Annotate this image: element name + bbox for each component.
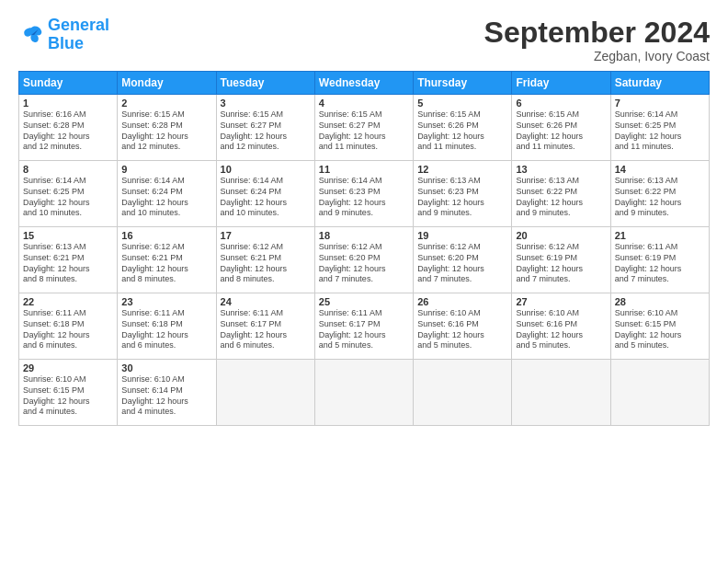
day-number: 25 xyxy=(319,296,409,307)
day-info: Sunrise: 6:15 AM Sunset: 6:26 PM Dayligh… xyxy=(516,109,606,153)
weekday-header-thursday: Thursday xyxy=(414,72,512,95)
calendar-cell xyxy=(512,360,610,426)
calendar-cell: 23Sunrise: 6:11 AM Sunset: 6:18 PM Dayli… xyxy=(118,293,216,360)
calendar-cell: 18Sunrise: 6:12 AM Sunset: 6:20 PM Dayli… xyxy=(314,227,413,293)
calendar-cell xyxy=(414,360,512,426)
day-number: 19 xyxy=(417,230,507,241)
day-info: Sunrise: 6:12 AM Sunset: 6:21 PM Dayligh… xyxy=(221,242,311,285)
day-number: 2 xyxy=(121,98,211,109)
day-number: 17 xyxy=(221,230,311,241)
calendar-cell: 20Sunrise: 6:12 AM Sunset: 6:19 PM Dayli… xyxy=(512,227,610,293)
calendar-cell xyxy=(610,360,709,426)
day-info: Sunrise: 6:13 AM Sunset: 6:23 PM Dayligh… xyxy=(417,176,507,219)
calendar-cell: 12Sunrise: 6:13 AM Sunset: 6:23 PM Dayli… xyxy=(414,161,512,227)
calendar-cell: 13Sunrise: 6:13 AM Sunset: 6:22 PM Dayli… xyxy=(512,161,610,227)
day-number: 20 xyxy=(516,230,606,241)
day-number: 9 xyxy=(121,164,211,175)
day-info: Sunrise: 6:13 AM Sunset: 6:21 PM Dayligh… xyxy=(23,242,113,285)
day-info: Sunrise: 6:10 AM Sunset: 6:15 PM Dayligh… xyxy=(23,374,113,418)
calendar-cell: 14Sunrise: 6:13 AM Sunset: 6:22 PM Dayli… xyxy=(610,161,709,227)
calendar-cell: 7Sunrise: 6:14 AM Sunset: 6:25 PM Daylig… xyxy=(610,95,709,161)
day-info: Sunrise: 6:15 AM Sunset: 6:27 PM Dayligh… xyxy=(221,109,311,153)
day-info: Sunrise: 6:11 AM Sunset: 6:18 PM Dayligh… xyxy=(121,308,211,351)
day-number: 13 xyxy=(516,164,606,175)
day-info: Sunrise: 6:13 AM Sunset: 6:22 PM Dayligh… xyxy=(516,176,606,219)
calendar-cell: 28Sunrise: 6:10 AM Sunset: 6:15 PM Dayli… xyxy=(610,293,709,360)
day-info: Sunrise: 6:11 AM Sunset: 6:18 PM Dayligh… xyxy=(23,308,113,351)
calendar-cell: 4Sunrise: 6:15 AM Sunset: 6:27 PM Daylig… xyxy=(314,95,413,161)
calendar-cell: 21Sunrise: 6:11 AM Sunset: 6:19 PM Dayli… xyxy=(610,227,709,293)
day-number: 28 xyxy=(615,296,705,307)
day-number: 15 xyxy=(23,230,113,241)
day-info: Sunrise: 6:15 AM Sunset: 6:26 PM Dayligh… xyxy=(417,109,507,153)
day-info: Sunrise: 6:14 AM Sunset: 6:24 PM Dayligh… xyxy=(221,176,311,219)
day-info: Sunrise: 6:11 AM Sunset: 6:17 PM Dayligh… xyxy=(221,308,311,351)
day-info: Sunrise: 6:12 AM Sunset: 6:21 PM Dayligh… xyxy=(121,242,211,285)
day-number: 14 xyxy=(615,164,705,175)
day-number: 3 xyxy=(221,98,311,109)
day-number: 26 xyxy=(417,296,507,307)
day-number: 24 xyxy=(221,296,311,307)
calendar-cell: 25Sunrise: 6:11 AM Sunset: 6:17 PM Dayli… xyxy=(314,293,413,360)
calendar-cell: 1Sunrise: 6:16 AM Sunset: 6:28 PM Daylig… xyxy=(19,95,118,161)
day-number: 21 xyxy=(615,230,705,241)
calendar-cell xyxy=(216,360,314,426)
day-info: Sunrise: 6:10 AM Sunset: 6:16 PM Dayligh… xyxy=(417,308,507,351)
day-number: 1 xyxy=(23,98,113,109)
calendar-cell: 22Sunrise: 6:11 AM Sunset: 6:18 PM Dayli… xyxy=(19,293,118,360)
calendar-cell: 27Sunrise: 6:10 AM Sunset: 6:16 PM Dayli… xyxy=(512,293,610,360)
day-info: Sunrise: 6:11 AM Sunset: 6:17 PM Dayligh… xyxy=(319,308,409,351)
calendar-cell: 2Sunrise: 6:15 AM Sunset: 6:28 PM Daylig… xyxy=(118,95,216,161)
day-info: Sunrise: 6:16 AM Sunset: 6:28 PM Dayligh… xyxy=(23,109,113,153)
calendar-cell: 5Sunrise: 6:15 AM Sunset: 6:26 PM Daylig… xyxy=(414,95,512,161)
day-number: 22 xyxy=(23,296,113,307)
day-number: 8 xyxy=(23,164,113,175)
day-number: 12 xyxy=(417,164,507,175)
day-number: 6 xyxy=(516,98,606,109)
day-info: Sunrise: 6:10 AM Sunset: 6:15 PM Dayligh… xyxy=(615,308,705,351)
calendar-cell: 16Sunrise: 6:12 AM Sunset: 6:21 PM Dayli… xyxy=(118,227,216,293)
calendar-cell: 17Sunrise: 6:12 AM Sunset: 6:21 PM Dayli… xyxy=(216,227,314,293)
weekday-header-sunday: Sunday xyxy=(19,72,118,95)
logo-icon xyxy=(18,22,44,48)
calendar-cell xyxy=(314,360,413,426)
day-info: Sunrise: 6:14 AM Sunset: 6:25 PM Dayligh… xyxy=(23,176,113,219)
calendar-cell: 24Sunrise: 6:11 AM Sunset: 6:17 PM Dayli… xyxy=(216,293,314,360)
weekday-header-saturday: Saturday xyxy=(610,72,709,95)
day-info: Sunrise: 6:13 AM Sunset: 6:22 PM Dayligh… xyxy=(615,176,705,219)
calendar-cell: 15Sunrise: 6:13 AM Sunset: 6:21 PM Dayli… xyxy=(19,227,118,293)
day-number: 5 xyxy=(417,98,507,109)
logo-text: General Blue xyxy=(48,17,109,53)
weekday-header-tuesday: Tuesday xyxy=(216,72,314,95)
day-info: Sunrise: 6:14 AM Sunset: 6:24 PM Dayligh… xyxy=(121,176,211,219)
day-number: 23 xyxy=(121,296,211,307)
day-info: Sunrise: 6:12 AM Sunset: 6:20 PM Dayligh… xyxy=(417,242,507,285)
calendar-cell: 29Sunrise: 6:10 AM Sunset: 6:15 PM Dayli… xyxy=(19,360,118,426)
month-title: September 2024 xyxy=(484,17,710,49)
day-info: Sunrise: 6:14 AM Sunset: 6:25 PM Dayligh… xyxy=(615,109,705,153)
day-number: 16 xyxy=(121,230,211,241)
calendar-cell: 11Sunrise: 6:14 AM Sunset: 6:23 PM Dayli… xyxy=(314,161,413,227)
weekday-header-monday: Monday xyxy=(118,72,216,95)
logo: General Blue xyxy=(18,17,109,53)
calendar-cell: 19Sunrise: 6:12 AM Sunset: 6:20 PM Dayli… xyxy=(414,227,512,293)
weekday-header-wednesday: Wednesday xyxy=(314,72,413,95)
day-number: 10 xyxy=(221,164,311,175)
day-number: 11 xyxy=(319,164,409,175)
day-info: Sunrise: 6:10 AM Sunset: 6:16 PM Dayligh… xyxy=(516,308,606,351)
calendar-cell: 10Sunrise: 6:14 AM Sunset: 6:24 PM Dayli… xyxy=(216,161,314,227)
calendar-cell: 26Sunrise: 6:10 AM Sunset: 6:16 PM Dayli… xyxy=(414,293,512,360)
calendar-table: SundayMondayTuesdayWednesdayThursdayFrid… xyxy=(18,71,710,426)
day-info: Sunrise: 6:11 AM Sunset: 6:19 PM Dayligh… xyxy=(615,242,705,285)
day-number: 30 xyxy=(121,362,211,373)
title-block: September 2024 Zegban, Ivory Coast xyxy=(484,17,710,63)
day-number: 4 xyxy=(319,98,409,109)
location: Zegban, Ivory Coast xyxy=(484,49,710,63)
calendar-cell: 6Sunrise: 6:15 AM Sunset: 6:26 PM Daylig… xyxy=(512,95,610,161)
day-number: 18 xyxy=(319,230,409,241)
day-info: Sunrise: 6:12 AM Sunset: 6:19 PM Dayligh… xyxy=(516,242,606,285)
day-info: Sunrise: 6:10 AM Sunset: 6:14 PM Dayligh… xyxy=(121,374,211,418)
day-info: Sunrise: 6:15 AM Sunset: 6:28 PM Dayligh… xyxy=(121,109,211,153)
calendar-cell: 3Sunrise: 6:15 AM Sunset: 6:27 PM Daylig… xyxy=(216,95,314,161)
day-info: Sunrise: 6:14 AM Sunset: 6:23 PM Dayligh… xyxy=(319,176,409,219)
